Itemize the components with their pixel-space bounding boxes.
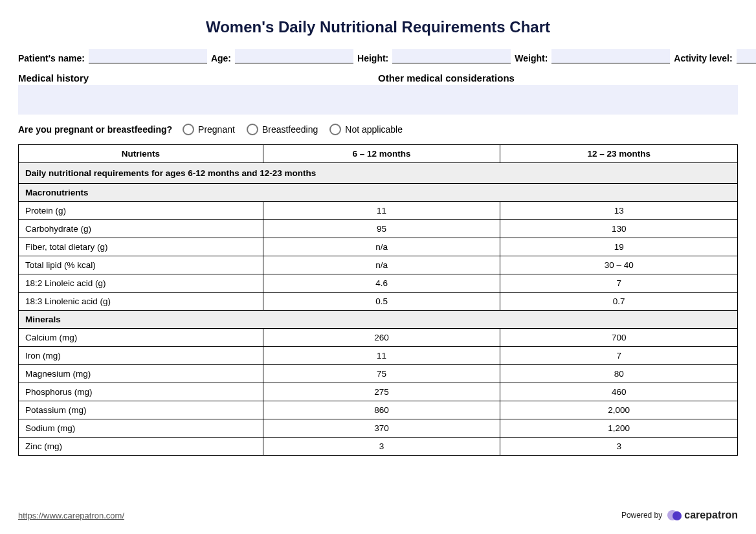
other-considerations-label: Other medical considerations: [378, 72, 738, 83]
value-12-23: 460: [500, 383, 738, 401]
page-title: Women's Daily Nutritional Requirements C…: [18, 18, 738, 36]
section-header: Minerals: [19, 311, 738, 329]
col-6-12: 6 – 12 months: [263, 145, 500, 163]
footer: https://www.carepatron.com/ Powered by c…: [18, 499, 738, 522]
table-caption: Daily nutritional requirements for ages …: [19, 163, 738, 184]
nutrient-name: Protein (g): [19, 202, 263, 220]
value-12-23: 2,000: [500, 401, 738, 419]
nutrient-name: Potassium (mg): [19, 401, 263, 419]
table-row: Fiber, total dietary (g)n/a19: [19, 238, 738, 256]
value-12-23: 130: [500, 220, 738, 238]
table-row: Iron (mg)117: [19, 347, 738, 365]
value-6-12: 370: [263, 419, 500, 438]
value-6-12: 860: [263, 401, 500, 419]
radio-label: Breastfeeding: [262, 124, 318, 135]
age-input[interactable]: [235, 49, 353, 63]
powered-by-label: Powered by: [621, 511, 662, 520]
radio-circle-icon: [329, 124, 341, 135]
value-12-23: 700: [500, 329, 738, 347]
nutrient-name: 18:3 Linolenic acid (g): [19, 293, 263, 311]
weight-input[interactable]: [551, 49, 670, 63]
value-6-12: n/a: [263, 238, 500, 256]
table-row: Protein (g)1113: [19, 202, 738, 220]
table-row: Total lipid (% kcal)n/a30 – 40: [19, 256, 738, 274]
value-12-23: 0.7: [500, 293, 738, 311]
nutrient-name: Phosphorus (mg): [19, 383, 263, 401]
table-row: 18:3 Linolenic acid (g)0.50.7: [19, 293, 738, 311]
nutrient-name: Iron (mg): [19, 347, 263, 365]
pregnancy-question: Are you pregnant or breastfeeding?: [18, 124, 172, 135]
value-6-12: 4.6: [263, 274, 500, 293]
table-row: Calcium (mg)260700: [19, 329, 738, 347]
nutrient-name: Total lipid (% kcal): [19, 256, 263, 274]
value-12-23: 7: [500, 347, 738, 365]
value-6-12: 11: [263, 347, 500, 365]
nutrient-name: Carbohydrate (g): [19, 220, 263, 238]
value-12-23: 80: [500, 365, 738, 383]
value-6-12: 75: [263, 365, 500, 383]
source-url[interactable]: https://www.carepatron.com/: [18, 511, 124, 520]
activity-label: Activity level:: [674, 53, 732, 63]
table-row: Phosphorus (mg)275460: [19, 383, 738, 401]
nutrient-name: Calcium (mg): [19, 329, 263, 347]
nutrition-table: Daily nutritional requirements for ages …: [18, 144, 738, 456]
patient-info-row: Patient's name: Age: Height: Weight: Act…: [18, 49, 738, 63]
age-label: Age:: [211, 53, 231, 63]
value-6-12: 95: [263, 220, 500, 238]
value-6-12: 11: [263, 202, 500, 220]
table-row: Magnesium (mg)7580: [19, 365, 738, 383]
value-12-23: 19: [500, 238, 738, 256]
brand-logo: carepatron: [667, 508, 738, 522]
radio-na[interactable]: Not applicable: [329, 124, 403, 135]
col-nutrients: Nutrients: [19, 145, 263, 163]
table-row: Carbohydrate (g)95130: [19, 220, 738, 238]
medical-history-label: Medical history: [18, 72, 378, 83]
value-6-12: n/a: [263, 256, 500, 274]
name-label: Patient's name:: [18, 53, 85, 63]
height-label: Height:: [357, 53, 388, 63]
name-input[interactable]: [89, 49, 207, 63]
nutrient-name: 18:2 Linoleic acid (g): [19, 274, 263, 293]
radio-breastfeeding[interactable]: Breastfeeding: [247, 124, 318, 135]
value-6-12: 3: [263, 438, 500, 456]
radio-circle-icon: [247, 124, 258, 135]
table-row: Zinc (mg)33: [19, 438, 738, 456]
value-6-12: 260: [263, 329, 500, 347]
nutrient-name: Fiber, total dietary (g): [19, 238, 263, 256]
radio-label: Not applicable: [345, 124, 403, 135]
radio-label: Pregnant: [198, 124, 235, 135]
value-12-23: 30 – 40: [500, 256, 738, 274]
nutrient-name: Magnesium (mg): [19, 365, 263, 383]
pregnancy-question-row: Are you pregnant or breastfeeding? Pregn…: [18, 124, 738, 135]
table-row: Potassium (mg)8602,000: [19, 401, 738, 419]
value-12-23: 1,200: [500, 419, 738, 438]
weight-label: Weight:: [515, 53, 548, 63]
value-12-23: 3: [500, 438, 738, 456]
activity-input[interactable]: [737, 49, 756, 63]
col-12-23: 12 – 23 months: [500, 145, 738, 163]
nutrient-name: Sodium (mg): [19, 419, 263, 438]
carepatron-icon: [667, 508, 682, 522]
value-12-23: 7: [500, 274, 738, 293]
value-6-12: 275: [263, 383, 500, 401]
value-12-23: 13: [500, 202, 738, 220]
height-input[interactable]: [392, 49, 511, 63]
brand-name: carepatron: [684, 509, 738, 521]
radio-pregnant[interactable]: Pregnant: [183, 124, 235, 135]
medical-notes-box[interactable]: [18, 85, 738, 115]
value-6-12: 0.5: [263, 293, 500, 311]
table-row: Sodium (mg)3701,200: [19, 419, 738, 438]
radio-circle-icon: [183, 124, 194, 135]
table-row: 18:2 Linoleic acid (g)4.67: [19, 274, 738, 293]
section-header: Macronutrients: [19, 184, 738, 202]
nutrient-name: Zinc (mg): [19, 438, 263, 456]
